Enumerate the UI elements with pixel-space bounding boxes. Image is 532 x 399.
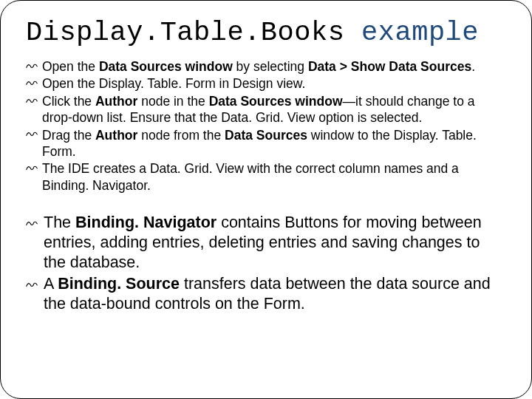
text: A bbox=[44, 275, 58, 293]
bold-text: Binding. Source bbox=[58, 275, 180, 293]
list-item-text: Open the Data Sources window by selectin… bbox=[42, 59, 475, 74]
list-item-text: Open the Display. Table. Form in Design … bbox=[42, 76, 305, 91]
bullet-icon bbox=[26, 214, 38, 233]
list-item: A Binding. Source transfers data between… bbox=[26, 274, 506, 314]
list-item: Open the Display. Table. Form in Design … bbox=[26, 75, 506, 92]
bold-text: Author bbox=[95, 128, 137, 143]
text: The bbox=[44, 214, 75, 231]
text: Open the bbox=[42, 59, 99, 74]
text: Drag the bbox=[42, 128, 95, 143]
bold-text: Data Sources window bbox=[99, 59, 233, 74]
list-item-text: The IDE creates a Data. Grid. View with … bbox=[42, 161, 459, 192]
list-item-text: Drag the Author node from the Data Sourc… bbox=[42, 128, 477, 159]
bullet-list-small: Open the Data Sources window by selectin… bbox=[26, 58, 506, 194]
title-part2: example bbox=[361, 17, 479, 48]
bullet-icon bbox=[26, 161, 38, 176]
list-item: Drag the Author node from the Data Sourc… bbox=[26, 127, 506, 160]
list-item-text: The Binding. Navigator contains Buttons … bbox=[44, 214, 482, 271]
bullet-icon bbox=[26, 59, 38, 74]
text: by selecting bbox=[233, 59, 308, 74]
slide-title: Display.Table.Books example bbox=[26, 17, 506, 48]
title-part1: Display.Table.Books bbox=[26, 17, 344, 48]
list-item-text: Click the Author node in the Data Source… bbox=[42, 94, 475, 125]
list-item: Click the Author node in the Data Source… bbox=[26, 93, 506, 126]
list-item-text: A Binding. Source transfers data between… bbox=[44, 275, 491, 313]
bullet-list-large: The Binding. Navigator contains Buttons … bbox=[26, 213, 506, 313]
bold-text: Data Sources window bbox=[209, 94, 343, 109]
list-item: Open the Data Sources window by selectin… bbox=[26, 58, 506, 75]
bullet-icon bbox=[26, 127, 38, 142]
text: node from the bbox=[137, 128, 225, 143]
bullet-icon bbox=[26, 275, 38, 294]
bold-text: Binding. Navigator bbox=[75, 214, 216, 231]
list-item: The IDE creates a Data. Grid. View with … bbox=[26, 160, 506, 194]
text: . bbox=[471, 59, 475, 74]
text: node in the bbox=[137, 94, 208, 109]
bullet-icon bbox=[26, 94, 38, 109]
list-item: The Binding. Navigator contains Buttons … bbox=[26, 213, 506, 273]
bold-text: Author bbox=[95, 94, 137, 109]
slide: Display.Table.Books example Open the Dat… bbox=[0, 0, 532, 399]
bullet-icon bbox=[26, 76, 38, 91]
text: The IDE creates a Data. Grid. View with … bbox=[42, 161, 459, 192]
text: Open the Display. Table. Form in Design … bbox=[42, 76, 305, 91]
bold-text: Data > Show Data Sources bbox=[308, 59, 471, 74]
bold-text: Data Sources bbox=[225, 128, 307, 143]
text: Click the bbox=[42, 94, 95, 109]
